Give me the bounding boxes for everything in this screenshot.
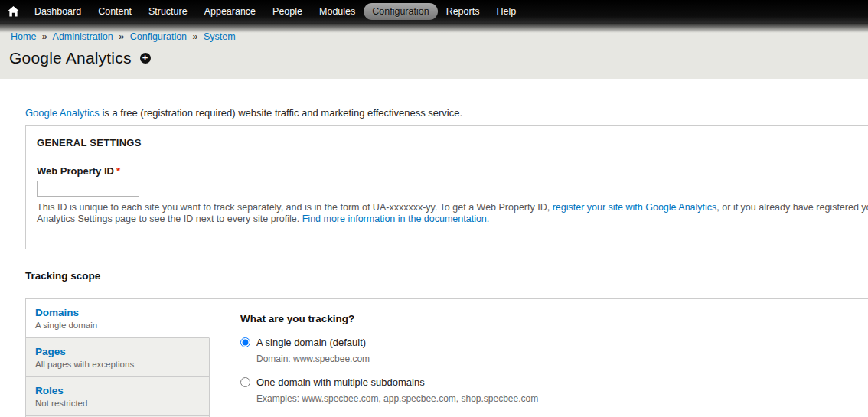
breadcrumb-separator: » [193, 31, 198, 42]
add-shortcut-icon[interactable]: + [140, 53, 151, 64]
home-button[interactable] [0, 6, 26, 17]
intro-text: Google Analytics is a free (registration… [25, 107, 868, 119]
breadcrumb: Home » Administration » Configuration » … [0, 23, 868, 42]
toolbar-item-reports[interactable]: Reports [438, 3, 488, 20]
vtab-pages-label: Pages [35, 346, 200, 357]
vtab-pages-summary: All pages with exceptions [35, 360, 200, 369]
home-icon [8, 6, 19, 17]
vtab-1[interactable]: Pages All pages with exceptions [26, 338, 210, 377]
breadcrumb-configuration[interactable]: Configuration [130, 31, 187, 42]
page-header: Home » Administration » Configuration » … [0, 23, 868, 79]
breadcrumb-administration[interactable]: Administration [53, 31, 113, 42]
toolbar-item-configuration[interactable]: Configuration [364, 3, 437, 20]
tracking-scope-fieldset: Domains A single domain Pages All pages … [25, 298, 868, 417]
toolbar-item-structure[interactable]: Structure [140, 3, 196, 20]
page-title: Google Analytics [9, 49, 132, 67]
single-domain-description: Domain: www.specbee.com [256, 353, 868, 364]
vertical-tabs-menu: Domains A single domain Pages All pages … [26, 299, 210, 417]
breadcrumb-separator: » [42, 31, 47, 42]
documentation-link[interactable]: Find more information in the documentati… [302, 213, 490, 224]
breadcrumb-separator: » [119, 31, 124, 42]
toolbar-item-modules[interactable]: Modules [311, 3, 364, 20]
desc-text-1: This ID is unique to each site you want … [37, 202, 553, 213]
toolbar-item-dashboard[interactable]: Dashboard [26, 3, 90, 20]
web-property-id-input[interactable] [37, 181, 139, 197]
single-domain-radio[interactable] [240, 337, 250, 347]
google-analytics-link[interactable]: Google Analytics [25, 107, 100, 119]
subdomains-radio[interactable] [240, 377, 250, 387]
tracking-question: What are you tracking? [240, 313, 868, 324]
vtab-roles-label: Roles [35, 385, 200, 396]
vtab-roles-summary: Not restricted [35, 399, 200, 408]
toolbar-item-help[interactable]: Help [488, 3, 524, 20]
required-marker: * [116, 165, 120, 177]
toolbar-item-people[interactable]: People [264, 3, 311, 20]
general-settings-legend: GENERAL SETTINGS [37, 137, 868, 148]
breadcrumb-home[interactable]: Home [11, 31, 36, 42]
desc-text-2: , or if you already have registered your… [716, 202, 868, 213]
subdomains-label[interactable]: One domain with multiple subdomains [256, 376, 425, 388]
toolbar-item-content[interactable]: Content [90, 3, 140, 20]
vtab-2[interactable]: Roles Not restricted [26, 377, 210, 416]
desc-text-3: Analytics Settings page to see the ID ne… [37, 213, 302, 224]
admin-toolbar: Dashboard Content Structure Appearance P… [0, 0, 868, 23]
radio-option-1: One domain with multiple subdomains [240, 376, 868, 388]
vtab-domains-label: Domains [35, 307, 200, 318]
tracking-scope-heading: Tracking scope [25, 270, 868, 282]
breadcrumb-system[interactable]: System [204, 31, 236, 42]
domains-pane: What are you tracking? A single domain (… [210, 299, 868, 417]
vtab-0[interactable]: Domains A single domain [26, 299, 210, 338]
single-domain-label[interactable]: A single domain (default) [256, 337, 366, 348]
web-property-id-description: This ID is unique to each site you want … [37, 202, 868, 224]
general-settings-fieldset: GENERAL SETTINGS Web Property ID* This I… [25, 125, 868, 249]
register-site-link[interactable]: register your site with Google Analytics [553, 202, 717, 213]
web-property-id-label: Web Property ID* [37, 165, 868, 177]
radio-option-0: A single domain (default) [240, 337, 868, 348]
toolbar-item-appearance[interactable]: Appearance [196, 3, 264, 20]
main-content: Google Analytics is a free (registration… [0, 79, 868, 417]
subdomains-description: Examples: www.specbee.com, app.specbee.c… [256, 393, 868, 404]
intro-text-rest: is a free (registration required) websit… [100, 107, 462, 119]
vtab-domains-summary: A single domain [35, 321, 200, 330]
web-property-id-label-text: Web Property ID [37, 165, 114, 177]
